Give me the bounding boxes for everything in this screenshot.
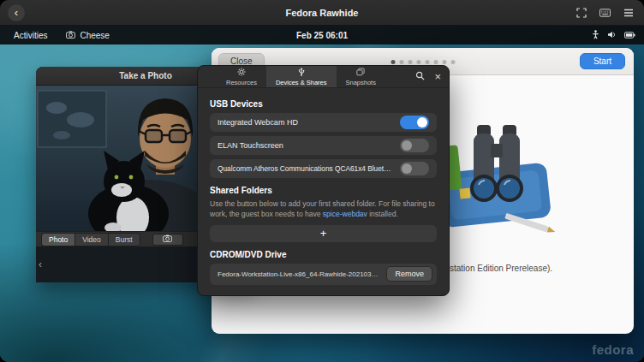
back-button[interactable]: ‹ [8,4,25,21]
fullscreen-icon[interactable] [576,8,587,18]
toggle-knob [402,140,412,151]
titlebar: ‹ Fedora Rawhide [0,0,644,26]
cdrom-row: Fedora-Workstation-Live-x86_64-Rawhide-2… [210,264,437,285]
menu-icon[interactable] [623,9,634,17]
shared-folders-title: Shared Folders [210,186,437,195]
volume-icon [607,31,617,40]
add-shared-folder-button[interactable]: + [210,225,437,242]
take-photo-button[interactable] [152,234,183,246]
camera-icon [163,234,172,244]
tab-resources[interactable]: Resources [217,66,266,87]
gear-icon [237,68,246,78]
usb-section-title: USB Devices [210,99,437,109]
spice-webdav-link[interactable]: spice-webdav [323,210,367,218]
tab-photo[interactable]: Photo [41,233,75,246]
carousel-dot [433,60,438,64]
tab-snapshots[interactable]: Snapshots [337,66,385,87]
edition-caption: station Edition Prerelease). [450,264,552,273]
usb-device-name: Integrated Webcam HD [218,118,298,127]
tab-label: Resources [226,79,257,86]
snapshots-icon [356,68,365,78]
window-title: Fedora Rawhide [0,8,644,18]
gnome-top-bar: Activities Cheese Feb 25 06:01 [0,26,644,45]
usb-device-row: Qualcomm Atheros Communications QCA61x4 … [210,159,437,178]
tab-devices-shares[interactable]: Devices & Shares [266,66,337,87]
usb-icon [297,68,306,78]
help-text: installed. [369,210,398,218]
usb-toggle[interactable] [400,139,429,152]
cdrom-section-title: CDROM/DVD Drive [210,250,437,259]
start-button[interactable]: Start [580,53,625,69]
tab-label: Snapshots [346,79,376,86]
tab-burst[interactable]: Burst [108,233,140,246]
carousel-dot [408,60,412,64]
cheese-title: Take a Photo [119,71,172,80]
iso-filename: Fedora-Workstation-Live-x86_64-Rawhide-2… [218,270,379,278]
tab-label: Devices & Shares [276,79,327,86]
carousel-dot [399,60,403,64]
carousel-dot [416,60,420,64]
close-icon[interactable]: × [434,69,441,85]
vm-display: Activities Cheese Feb 25 06:01 [0,26,644,362]
webcam-icon [66,31,75,40]
carousel-dots [391,60,455,64]
usb-device-name: Qualcomm Atheros Communications QCA61x4 … [218,164,393,173]
tab-video[interactable]: Video [75,233,108,246]
toggle-knob [402,163,412,174]
fedora-watermark: fedora [592,342,634,357]
plus-icon: + [320,227,327,240]
properties-dialog: Resources Devices & Shares Snapshots [197,65,450,296]
carousel-dot [425,60,429,64]
app-menu-label: Cheese [80,31,109,40]
clock[interactable]: Feb 25 06:01 [296,31,348,40]
usb-toggle[interactable] [400,116,429,129]
back-icon: ‹ [15,7,18,18]
usb-device-row: Integrated Webcam HD [210,113,437,132]
app-menu[interactable]: Cheese [66,31,109,40]
keyboard-icon[interactable] [599,9,611,17]
search-icon[interactable] [415,71,425,80]
properties-body: USB Devices Integrated Webcam HD ELAN To… [198,88,449,285]
shared-folders-help: Use the button below to add your first s… [210,199,437,220]
accessibility-icon [592,30,599,41]
usb-toggle[interactable] [400,162,429,175]
properties-tabs: Resources Devices & Shares Snapshots [198,66,449,88]
carousel-dot [442,60,446,64]
gallery-scroll-left[interactable]: ‹ [39,258,42,270]
toggle-knob [417,117,427,128]
battery-icon [624,31,635,40]
usb-device-name: ELAN Touchscreen [218,141,283,150]
titlebar-actions [576,0,634,26]
status-area[interactable] [592,30,635,41]
remove-button[interactable]: Remove [386,266,432,282]
carousel-dot [391,60,395,64]
activities-button[interactable]: Activities [10,29,51,42]
usb-device-row: ELAN Touchscreen [210,136,437,155]
carousel-dot [450,60,455,64]
boxes-vm-window: ‹ Fedora Rawhide Activities Cheese [0,0,644,362]
